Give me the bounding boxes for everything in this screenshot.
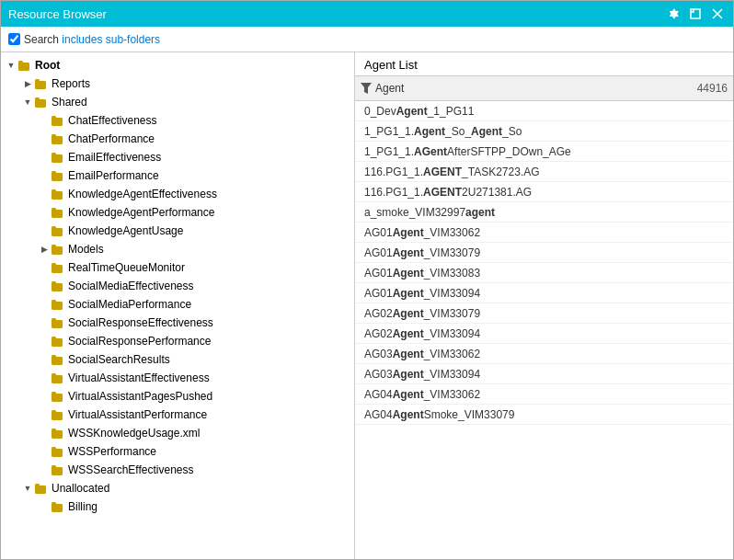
tree-label-emaileffectiveness: EmailEffectiveness [68,151,161,164]
agent-text-part: Agent [393,267,424,280]
tree-label-billing: Billing [68,500,97,513]
tree-label-wssperformance: WSSPerformance [68,445,156,458]
agent-text-part: AGENT [423,166,462,178]
tree-item-reports[interactable]: ▶ Reports [1,74,354,93]
agent-text-part: AG04 [364,388,393,401]
tree-item-socialresponseperformance[interactable]: ▶ SocialResponsePerformance [1,332,354,350]
agent-text-part: _VIM33094 [424,327,480,340]
tree-item-socialmediaperformance[interactable]: ▶ SocialMediaPerformance [1,295,354,314]
tree-item-socialsearchresults[interactable]: ▶ SocialSearchResults [1,350,354,369]
tree-label-knowledgeagentusage: KnowledgeAgentUsage [68,224,183,237]
folder-icon-models [51,243,65,256]
tree-label-wssknowledgeusage: WSSKnowledgeUsage.xml [68,427,200,440]
agent-text-part: _TASK2723.AG [462,166,540,178]
agent-filter-input[interactable] [375,82,694,95]
agent-text-part: AGENT [423,186,462,199]
agent-list-item[interactable]: AG01Agent_VIM33062 [355,223,733,243]
agent-text-part: Agent [393,368,424,381]
tree-scroll[interactable]: ▼ Root▶ Reports▼ Shared▶ ChatEffectivene… [1,52,354,559]
close-button[interactable] [709,6,726,22]
tree-item-realtimequeuemonitor[interactable]: ▶ RealTimeQueueMonitor [1,258,354,277]
agent-list-item[interactable]: AG03Agent_VIM33062 [355,344,733,364]
title-bar: Resource Browser [1,1,733,27]
tree-item-socialresponseeffectiveness[interactable]: ▶ SocialResponseEffectiveness [1,314,354,332]
tree-item-chateffectiveness[interactable]: ▶ ChatEffectiveness [1,111,354,130]
agent-text-part: AG02 [364,327,393,340]
tree-item-models[interactable]: ▶ Models [1,240,354,258]
agent-list-item[interactable]: AG04AgentSmoke_VIM33079 [355,405,733,425]
folder-icon-unallocated [34,482,49,495]
agent-text-part: _1_PG11 [428,105,475,118]
tree-label-shared: Shared [52,96,87,109]
tree-item-chatperformance[interactable]: ▶ ChatPerformance [1,130,354,148]
tree-item-billing[interactable]: ▶ Billing [1,497,354,516]
maximize-button[interactable] [687,6,704,22]
agent-list-item[interactable]: AG02Agent_VIM33079 [355,303,733,324]
folder-icon-knowledgeagenteffectiveness [51,188,65,200]
tree-item-virtualassistantpagespushed[interactable]: ▶ VirtualAssistantPagesPushed [1,387,354,406]
tree-item-emailperformance[interactable]: ▶ EmailPerformance [1,166,354,185]
agent-list-item[interactable]: AG02Agent_VIM33094 [355,324,733,344]
tree-item-socialmediaeffectiveness[interactable]: ▶ SocialMediaEffectiveness [1,277,354,295]
agent-list-item[interactable]: AG01Agent_VIM33083 [355,263,733,283]
tree-item-root[interactable]: ▼ Root [1,56,354,74]
agent-text-part: Agent [396,105,428,118]
agent-list-item[interactable]: AG01Agent_VIM33079 [355,243,733,263]
tree-toggle-expanded-shared[interactable]: ▼ [21,96,34,109]
agent-list-item[interactable]: 116.PG1_1.AGENT_TASK2723.AG [355,162,733,182]
agent-list-item[interactable]: 0_DevAgent_1_PG11 [355,101,733,121]
folder-icon-reports [34,77,49,90]
tree-item-knowledgeagentperformance[interactable]: ▶ KnowledgeAgentPerformance [1,203,354,222]
agent-list-title: Agent List [355,52,733,75]
tree-label-emailperformance: EmailPerformance [68,169,159,182]
agent-list-item[interactable]: 1_PG1_1.AGentAfterSFTPP_DOwn_AGe [355,142,733,162]
agent-list-item[interactable]: 116.PG1_1.AGENT2U271381.AG [355,182,733,202]
agent-text-part: Agent [393,307,424,320]
tree-item-knowledgeagenteffectiveness[interactable]: ▶ KnowledgeAgentEffectiveness [1,185,354,203]
folder-icon-billing [51,500,65,513]
agent-text-part: _VIM33079 [424,307,480,320]
tree-label-chatperformance: ChatPerformance [68,132,155,145]
agent-text-part: AG03 [364,368,393,381]
search-subfolders-checkbox[interactable] [8,33,20,45]
agent-list[interactable]: 0_DevAgent_1_PG111_PG1_1.Agent_So_Agent_… [355,101,733,559]
tree-item-virtualassistanteffectiveness[interactable]: ▶ VirtualAssistantEffectiveness [1,369,354,387]
toolbar: Search includes sub-folders [1,27,733,52]
tree-item-knowledgeagentusage[interactable]: ▶ KnowledgeAgentUsage [1,222,354,240]
tree-item-unallocated[interactable]: ▼ Unallocated [1,479,354,497]
agent-text-part: Agent [393,327,424,340]
agent-text-part: _VIM33094 [424,368,480,381]
agent-text-part: 1_PG1_1. [364,125,414,138]
tree-label-socialsearchresults: SocialSearchResults [68,353,170,366]
tree-item-virtualassistantperformance[interactable]: ▶ VirtualAssistantPerformance [1,406,354,424]
svg-rect-0 [691,9,700,18]
window-controls [665,6,726,22]
tree-toggle-expanded-root[interactable]: ▼ [5,59,17,72]
agent-text-part: Agent [471,125,502,138]
tree-toggle-collapsed-reports[interactable]: ▶ [21,77,34,90]
agent-list-item[interactable]: AG03Agent_VIM33094 [355,364,733,384]
agent-text-part: _VIM33083 [424,267,480,280]
folder-icon-shared [34,96,49,109]
agent-text-part: 2U271381.AG [462,186,532,199]
agent-list-item[interactable]: 1_PG1_1.Agent_So_Agent_So [355,121,733,142]
gear-button[interactable] [665,6,682,22]
tree-toggle-collapsed-models[interactable]: ▶ [38,243,51,256]
folder-icon-chatperformance [51,132,65,145]
tree-label-wsssearcheffectiveness: WSSSearchEffectiveness [68,463,194,476]
tree-label-models: Models [68,243,104,256]
agent-text-part: AG01 [364,246,393,259]
agent-list-item[interactable]: AG01Agent_VIM33094 [355,283,733,303]
tree-toggle-expanded-unallocated[interactable]: ▼ [21,482,34,495]
tree-item-wssknowledgeusage[interactable]: ▶ WSSKnowledgeUsage.xml [1,424,354,442]
tree-item-wsssearcheffectiveness[interactable]: ▶ WSSSearchEffectiveness [1,461,354,479]
tree-item-wssperformance[interactable]: ▶ WSSPerformance [1,442,354,461]
tree-label-socialresponseperformance: SocialResponsePerformance [68,335,211,348]
agent-list-item[interactable]: AG04Agent_VIM33062 [355,384,733,405]
tree-item-shared[interactable]: ▼ Shared [1,93,354,111]
tree-item-emaileffectiveness[interactable]: ▶ EmailEffectiveness [1,148,354,166]
agent-text-part: AfterSFTPP_DOwn_AGe [447,145,571,158]
search-subfolders-checkbox-wrapper[interactable]: Search includes sub-folders [8,33,160,46]
agent-list-item[interactable]: a_smoke_VIM32997agent [355,202,733,223]
folder-icon-chateffectiveness [51,114,65,127]
